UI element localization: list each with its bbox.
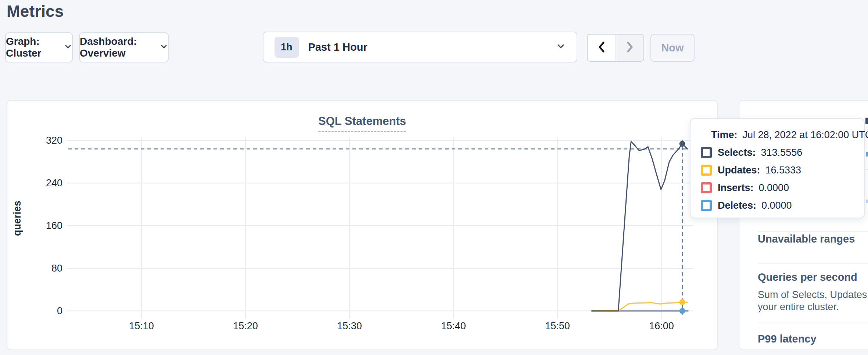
divider [758, 263, 868, 264]
tooltip-series-label: Deletes: [718, 200, 756, 211]
previous-time-button[interactable] [588, 35, 616, 61]
y-tick-label: 320 [46, 135, 62, 146]
x-tick-label: 15:50 [545, 320, 570, 331]
tooltip-series-label: Updates: [718, 165, 760, 176]
time-range-selector[interactable]: 1h Past 1 Hour [263, 32, 577, 62]
tooltip-series-value: 16.5333 [765, 165, 801, 176]
updates-series-swatch-icon [701, 165, 712, 176]
deletes-series-swatch-icon [701, 200, 712, 211]
description-line: your entire cluster. [758, 301, 868, 313]
sidebar-item-p99-latency: P99 latency [758, 333, 817, 345]
graph-dropdown-label: Graph: Cluster [6, 36, 58, 59]
clipped-sidebar-link-sliver [866, 200, 868, 203]
sql-statements-chart-card: SQL Statements queries 08016024032015:10… [7, 100, 718, 350]
sidebar-item-description: Sum of Selects, Updates, Inser your enti… [758, 289, 868, 313]
x-tick-label: 15:40 [441, 320, 466, 331]
sidebar-item-queries-per-second: Queries per second [758, 271, 857, 283]
tooltip-series-value: 313.5556 [761, 147, 803, 158]
y-tick-label: 240 [46, 178, 62, 189]
chevron-left-icon [596, 41, 607, 55]
chevron-down-icon [160, 42, 168, 53]
x-tick-label: 15:30 [337, 320, 362, 331]
clipped-sidebar-text-sliver [865, 118, 868, 124]
y-tick-label: 160 [46, 220, 62, 231]
y-tick-label: 0 [57, 305, 62, 316]
dashboard-dropdown[interactable]: Dashboard: Overview [79, 32, 169, 62]
series-line-selects [592, 141, 687, 311]
graph-dropdown[interactable]: Graph: Cluster [5, 32, 73, 62]
chevron-down-icon [556, 42, 566, 53]
selects-series-swatch-icon [701, 147, 712, 158]
tooltip-time-label: Time: [711, 129, 738, 141]
x-tick-label: 15:10 [129, 320, 154, 331]
tooltip-series-value: 0.0000 [761, 200, 792, 211]
tooltip-time-value: Jul 28, 2022 at 16:02:00 UTC [743, 129, 868, 141]
sql-statements-chart[interactable]: 08016024032015:1015:2015:3015:4015:5016:… [7, 101, 718, 351]
hover-marker-deletes [679, 308, 685, 314]
chevron-right-icon [624, 41, 635, 55]
now-button[interactable]: Now [650, 34, 695, 62]
time-range-badge: 1h [275, 37, 299, 58]
tooltip-series-label: Selects: [718, 147, 756, 158]
inserts-series-swatch-icon [701, 182, 712, 193]
hover-marker-updates [679, 299, 685, 305]
chart-hover-tooltip: Time: Jul 28, 2022 at 16:02:00 UTC Selec… [690, 118, 865, 218]
time-range-label: Past 1 Hour [308, 41, 367, 53]
page-title: Metrics [7, 2, 64, 21]
clipped-sidebar-link-sliver [866, 152, 868, 157]
x-tick-label: 16:00 [649, 320, 674, 331]
y-tick-label: 80 [51, 263, 62, 274]
clipped-sidebar-divider-sliver [865, 169, 868, 170]
divider [758, 231, 868, 232]
tooltip-series-label: Inserts: [718, 182, 754, 194]
divider [758, 323, 868, 323]
tooltip-series-value: 0.0000 [759, 182, 789, 194]
dashboard-dropdown-label: Dashboard: Overview [80, 36, 154, 59]
next-time-button[interactable] [616, 35, 643, 61]
hover-marker-selects [679, 141, 685, 147]
description-line: Sum of Selects, Updates, Inser [758, 289, 868, 301]
x-tick-label: 15:20 [233, 320, 258, 331]
series-line-updates [592, 302, 687, 311]
time-pager [587, 34, 644, 62]
chevron-down-icon [64, 42, 72, 53]
sidebar-item-unavailable-ranges: Unavailable ranges [758, 233, 855, 245]
